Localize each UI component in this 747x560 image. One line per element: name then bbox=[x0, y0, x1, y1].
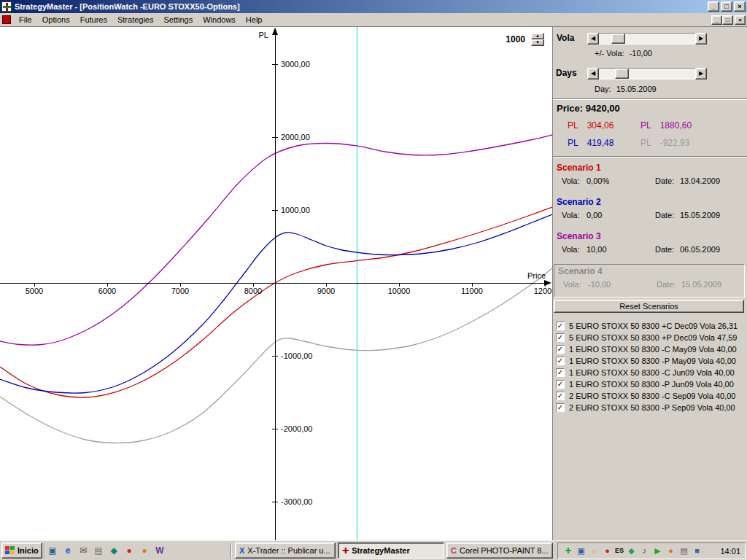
child-minimize-button[interactable]: _ bbox=[711, 15, 722, 25]
vola-scroll-thumb[interactable] bbox=[611, 34, 625, 44]
pl-values: PL304,06PL1880,60PL419,48PL-922,93 bbox=[568, 120, 740, 148]
scenario-3-name: Scenario 3 bbox=[557, 231, 601, 241]
position-label: 1 EURO STOXX 50 8300 -C Jun09 Vola 40,00 bbox=[569, 368, 735, 377]
task-button-2[interactable]: ✚StrategyMaster bbox=[338, 542, 444, 559]
menu-futures[interactable]: Futures bbox=[75, 14, 112, 26]
show-desktop-icon[interactable]: ▣ bbox=[47, 545, 58, 556]
separator bbox=[553, 156, 747, 158]
days-scroll-track[interactable] bbox=[599, 68, 695, 79]
scenario-3-date-label: Date: bbox=[655, 245, 674, 254]
task-button-3[interactable]: CCorel PHOTO-PAINT 8... bbox=[446, 542, 553, 559]
restore-button[interactable]: □ bbox=[721, 1, 732, 12]
tray-messenger-icon[interactable]: ◆ bbox=[626, 545, 637, 556]
tray-display-icon[interactable]: ▣ bbox=[576, 545, 587, 556]
position-checkbox[interactable]: ✓ bbox=[556, 345, 565, 354]
spin-down-icon[interactable]: ▼ bbox=[531, 39, 544, 46]
media-player-icon[interactable]: ◆ bbox=[108, 545, 120, 556]
price-tick-label: 12000 bbox=[534, 287, 552, 295]
task-label: Corel PHOTO-PAINT 8... bbox=[460, 546, 549, 555]
opera-icon[interactable]: ● bbox=[123, 545, 135, 556]
scenario-1-details: Vola:0,00%Date:13.04.2009 bbox=[553, 176, 747, 187]
tray-usb-icon[interactable]: ■ bbox=[692, 545, 703, 556]
task-icon: C bbox=[451, 546, 457, 555]
scenario-4-date-value: 15.05.2009 bbox=[681, 280, 721, 289]
task-icon: X bbox=[239, 546, 244, 555]
tray-language-indicator[interactable]: ES bbox=[615, 545, 624, 556]
position-checkbox[interactable]: ✓ bbox=[556, 392, 565, 400]
tray-volume-icon[interactable]: ♪ bbox=[639, 545, 650, 556]
position-row: ✓1 EURO STOXX 50 8300 -C Jun09 Vola 40,0… bbox=[556, 367, 746, 378]
days-scroll-left-icon[interactable]: ◀ bbox=[587, 68, 599, 79]
taskbar-divider bbox=[44, 543, 45, 559]
days-scroll-thumb[interactable] bbox=[615, 69, 629, 79]
mail-icon[interactable]: ✉ bbox=[77, 545, 89, 556]
menu-settings[interactable]: Settings bbox=[158, 14, 198, 26]
tray-network-icon[interactable]: ✚ bbox=[562, 545, 573, 556]
scenario-4-block[interactable]: Scenario 4Vola:-10,00Date:15.05.2009 bbox=[554, 264, 745, 298]
close-button[interactable]: × bbox=[734, 1, 746, 12]
menu-windows[interactable]: Windows bbox=[198, 14, 241, 26]
child-window-icon[interactable] bbox=[2, 15, 11, 24]
browser-icon[interactable]: ● bbox=[139, 545, 150, 556]
scenario-2-block[interactable]: Scenario 2Vola:0,00Date:15.05.2009 bbox=[553, 195, 747, 228]
position-checkbox[interactable]: ✓ bbox=[556, 403, 565, 412]
day-value-label: Day: bbox=[595, 85, 611, 93]
position-label: 2 EURO STOXX 50 8300 -C Sep09 Vola 40,00 bbox=[569, 392, 736, 400]
task-icon: ✚ bbox=[342, 546, 349, 556]
notes-icon[interactable]: ▤ bbox=[93, 545, 104, 556]
child-close-button[interactable]: × bbox=[735, 15, 746, 25]
pl-value: 419,48 bbox=[587, 138, 614, 148]
menu-options[interactable]: Options bbox=[37, 14, 75, 26]
app-icon bbox=[1, 1, 12, 12]
pl-label: PL bbox=[640, 120, 651, 131]
positions-list: ✓5 EURO STOXX 50 8300 +C Dec09 Vola 26,3… bbox=[556, 320, 746, 413]
tray-updates-icon[interactable]: ☼ bbox=[589, 545, 600, 556]
scenario-2-curve bbox=[0, 214, 552, 393]
position-row: ✓1 EURO STOXX 50 8300 -C May09 Vola 40,0… bbox=[556, 343, 746, 355]
menu-file[interactable]: File bbox=[14, 14, 37, 26]
start-button[interactable]: Inicio bbox=[1, 542, 42, 559]
pl-tick-label: -1000,00 bbox=[281, 351, 312, 360]
tray-agent-icon[interactable]: ● bbox=[665, 545, 676, 556]
winamp-icon[interactable]: W bbox=[154, 545, 166, 556]
price-scale-value: 1000 bbox=[506, 34, 525, 44]
position-checkbox[interactable]: ✓ bbox=[556, 380, 565, 389]
scenario-3-block[interactable]: Scenario 3Vola:10,00Date:06.05.2009 bbox=[553, 230, 747, 262]
task-button-1[interactable]: XX-Trader :: Publicar u... bbox=[235, 542, 336, 559]
menu-strategies[interactable]: Strategies bbox=[112, 14, 159, 26]
menu-help[interactable]: Help bbox=[241, 14, 268, 26]
position-checkbox[interactable]: ✓ bbox=[556, 333, 565, 342]
tray-printer-icon[interactable]: ▤ bbox=[678, 545, 689, 556]
position-checkbox[interactable]: ✓ bbox=[556, 357, 565, 365]
reset-scenarios-button[interactable]: Reset Scenarios bbox=[554, 300, 744, 313]
price-tick-label: 11000 bbox=[461, 287, 483, 295]
screen: StrategyMaster - [PositionWatch -EURO ST… bbox=[0, 0, 747, 560]
scenario-panel: Vola ◀ ▶ +/- Vola: -10,00 Days ◀ ▶ bbox=[552, 27, 747, 540]
pl-chart[interactable]: 3000,002000,001000,00-1000,00-2000,00-30… bbox=[0, 27, 552, 540]
minimize-button[interactable]: _ bbox=[708, 1, 719, 12]
pl-value-4: PL-922,93 bbox=[640, 138, 735, 148]
pl-value-2: PL1880,60 bbox=[640, 120, 735, 131]
days-scroll-right-icon[interactable]: ▶ bbox=[695, 68, 707, 79]
scenario-1-block[interactable]: Scenario 1Vola:0,00%Date:13.04.2009 bbox=[553, 161, 747, 194]
vola-value-label: +/- Vola: bbox=[595, 49, 624, 58]
position-checkbox[interactable]: ✓ bbox=[556, 322, 565, 330]
window-controls: _ □ × bbox=[708, 1, 746, 12]
day-value-row: Day: 15.05.2009 bbox=[595, 85, 657, 93]
spin-up-icon[interactable]: ▲ bbox=[531, 33, 544, 39]
pl-label: PL bbox=[640, 138, 651, 148]
child-restore-button[interactable]: □ bbox=[722, 15, 733, 25]
position-checkbox[interactable]: ✓ bbox=[556, 368, 565, 377]
vola-scroll-left-icon[interactable]: ◀ bbox=[587, 33, 599, 44]
internet-explorer-icon[interactable]: e bbox=[62, 545, 74, 556]
pl-value-1: PL304,06 bbox=[568, 120, 640, 131]
title-bar: StrategyMaster - [PositionWatch -EURO ST… bbox=[0, 0, 747, 13]
vola-scroll-track[interactable] bbox=[599, 33, 695, 44]
pl-value: 304,06 bbox=[587, 120, 614, 131]
pl-label: PL bbox=[568, 120, 578, 131]
vola-scroll-right-icon[interactable]: ▶ bbox=[695, 33, 707, 44]
tray-scheduler-icon[interactable]: ▶ bbox=[652, 545, 663, 556]
vola-value: -10,00 bbox=[630, 49, 652, 58]
tray-antivirus-icon[interactable]: ● bbox=[602, 545, 613, 556]
day-value: 15.05.2009 bbox=[616, 85, 657, 93]
